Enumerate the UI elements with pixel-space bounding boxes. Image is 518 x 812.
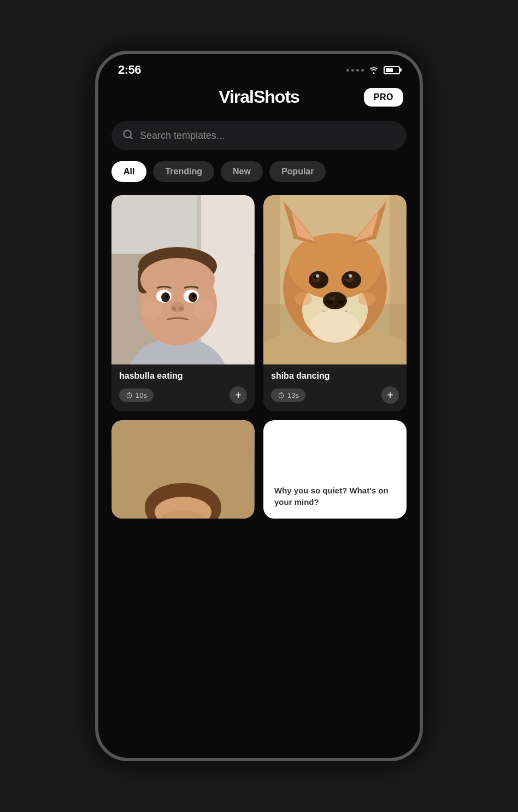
hasbulla-image — [111, 195, 255, 364]
shiba-footer: 13s + — [271, 386, 399, 404]
search-icon — [122, 129, 133, 143]
svg-point-48 — [295, 292, 312, 305]
battery-icon — [384, 66, 400, 74]
svg-point-46 — [326, 300, 333, 304]
tab-all[interactable]: All — [111, 161, 146, 182]
shiba-duration-text: 13s — [287, 391, 299, 399]
hasbulla-media — [111, 195, 255, 364]
tab-trending[interactable]: Trending — [153, 161, 214, 182]
app-title: ViralShots — [219, 87, 299, 107]
text-card-content: Why you so quiet? What's on your mind? — [263, 420, 407, 519]
person-image — [111, 420, 255, 519]
wifi-icon — [368, 66, 379, 74]
timer-icon-2 — [278, 392, 285, 399]
status-time: 2:56 — [118, 63, 141, 77]
hasbulla-footer: 10s + — [119, 386, 247, 404]
status-bar: 2:56 — [98, 54, 420, 81]
tab-new[interactable]: New — [221, 161, 263, 182]
card-text-partial[interactable]: Why you so quiet? What's on your mind? — [263, 420, 407, 519]
svg-point-19 — [172, 307, 176, 311]
hasbulla-title: hasbulla eating — [119, 371, 247, 381]
svg-point-20 — [179, 307, 184, 311]
svg-point-21 — [140, 300, 162, 320]
pro-button[interactable]: PRO — [364, 88, 403, 107]
search-placeholder: Search templates... — [140, 130, 396, 142]
svg-point-44 — [323, 292, 347, 309]
shiba-duration: 13s — [271, 389, 305, 402]
svg-point-42 — [316, 274, 319, 278]
search-bar[interactable]: Search templates... — [111, 121, 407, 150]
hasbulla-duration: 10s — [119, 389, 154, 402]
shiba-media — [263, 195, 407, 364]
shiba-title: shiba dancing — [271, 371, 399, 381]
content-grid: hasbulla eating 10s + — [98, 195, 420, 519]
svg-point-50 — [310, 310, 360, 343]
card-person-partial[interactable] — [111, 420, 255, 519]
search-container: Search templates... — [98, 116, 420, 161]
header: ViralShots PRO — [98, 81, 420, 116]
status-icons — [346, 66, 400, 74]
svg-point-16 — [165, 295, 168, 298]
shiba-add-button[interactable]: + — [381, 386, 399, 404]
svg-point-43 — [349, 274, 352, 278]
hasbulla-add-button[interactable]: + — [229, 386, 247, 404]
filter-tabs: All Trending New Popular — [98, 161, 420, 195]
text-card-text: Why you so quiet? What's on your mind? — [274, 485, 396, 508]
svg-point-47 — [337, 300, 344, 304]
svg-point-31 — [289, 233, 381, 299]
hasbulla-duration-text: 10s — [136, 391, 147, 399]
hasbulla-card-info: hasbulla eating 10s + — [111, 364, 255, 411]
svg-point-49 — [358, 292, 375, 305]
svg-line-1 — [130, 137, 132, 139]
shiba-card-info: shiba dancing 13s + — [263, 364, 407, 411]
svg-point-22 — [193, 300, 215, 320]
timer-icon — [126, 392, 133, 399]
card-shiba-dancing[interactable]: shiba dancing 13s + — [263, 195, 407, 411]
shiba-image — [263, 195, 407, 364]
phone-frame: 2:56 ViralShots PRO — [95, 51, 423, 761]
signal-dots-icon — [346, 69, 364, 72]
svg-point-17 — [192, 295, 196, 298]
tab-popular[interactable]: Popular — [269, 161, 326, 182]
phone-inner: 2:56 ViralShots PRO — [98, 54, 420, 758]
card-hasbulla-eating[interactable]: hasbulla eating 10s + — [111, 195, 255, 411]
svg-point-11 — [140, 258, 215, 302]
